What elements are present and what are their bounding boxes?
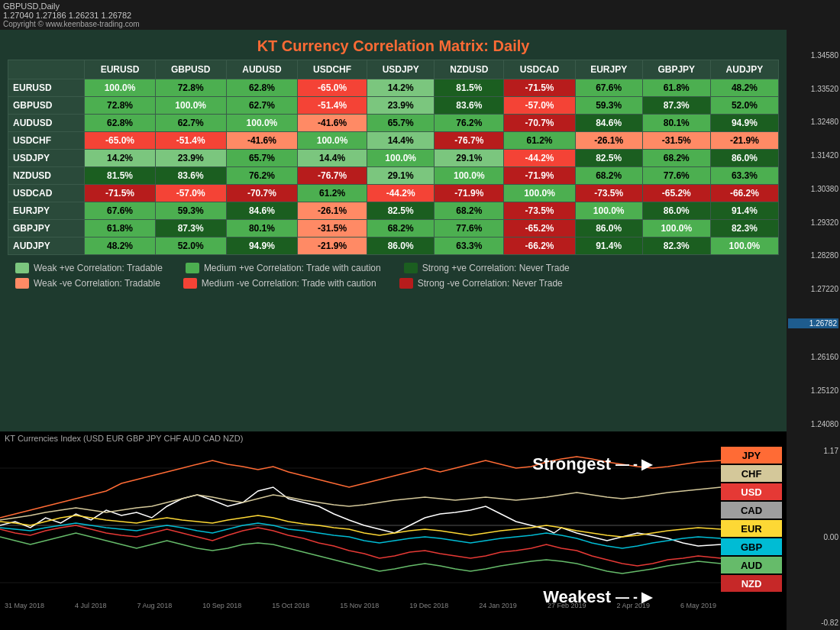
cell-audjpy-usdcad: -66.2%: [504, 237, 575, 255]
cell-usdchf-audusd: -41.6%: [226, 132, 297, 150]
price-1.28280: 1.28280: [788, 251, 838, 260]
cell-eurusd-usdcad: -71.5%: [504, 79, 575, 97]
cell-nzdusd-eurusd: 81.5%: [85, 167, 155, 185]
cell-eurjpy-usdchf: -26.1%: [298, 202, 367, 220]
cell-usdchf-eurusd: -65.0%: [85, 132, 155, 150]
price-current: 1.26782: [788, 318, 838, 328]
cell-gbpusd-usdcad: -57.0%: [504, 97, 575, 115]
cell-gbpusd-nzdusd: 83.6%: [435, 97, 504, 115]
legend-medium-positive-label: Medium +ve Correlation: Trade with cauti…: [204, 263, 381, 273]
top-bar: GBPUSD,Daily 1.27040 1.27186 1.26231 1.2…: [0, 0, 840, 30]
cell-audusd-audjpy: 94.9%: [710, 115, 778, 132]
currency-bar-aud: AUD: [721, 557, 782, 573]
cell-audusd-usdcad: -70.7%: [504, 115, 575, 132]
cell-audjpy-audjpy: 100.0%: [710, 237, 778, 255]
price-1.30380: 1.30380: [788, 185, 838, 193]
legend-weak-positive-icon: [15, 263, 29, 273]
x-label-2: 4 Jul 2018: [75, 602, 107, 609]
price-info: 1.27040 1.27186 1.26231 1.26782: [3, 11, 837, 20]
cell-gbpjpy-eurjpy: 86.0%: [575, 220, 642, 237]
cell-gbpusd-usdchf: -51.4%: [298, 97, 367, 115]
price-1.34580: 1.34580: [788, 51, 838, 60]
cell-usdchf-nzdusd: -76.7%: [435, 132, 504, 150]
cell-gbpjpy-usdcad: -65.2%: [504, 220, 575, 237]
currency-chart: KT Currencies Index (USD EUR GBP JPY CHF…: [0, 431, 721, 630]
legend-medium-negative-label: Medium -ve Correlation: Trade with cauti…: [202, 278, 376, 289]
copyright: Copyright © www.keenbase-trading.com: [3, 20, 837, 28]
row-header-audjpy: AUDJPY: [8, 237, 85, 255]
col-usdjpy: USDJPY: [367, 60, 435, 79]
strongest-arrow-icon: — - ▶: [615, 456, 652, 473]
currency-bars: JPY CHF USD CAD EUR GBP AUD NZD: [721, 431, 787, 630]
weakest-label: Weakest — - ▶: [543, 587, 652, 607]
strongest-label: Strongest — - ▶: [532, 454, 652, 474]
row-header-usdchf: USDCHF: [8, 132, 85, 150]
legend-medium-negative: Medium -ve Correlation: Trade with cauti…: [183, 278, 376, 289]
cell-usdchf-gbpjpy: -31.5%: [642, 132, 710, 150]
cell-usdjpy-audjpy: 86.0%: [710, 150, 778, 167]
symbol-price: GBPUSD,Daily: [3, 2, 837, 11]
cell-gbpusd-eurusd: 72.8%: [85, 97, 155, 115]
price-1.33520: 1.33520: [788, 85, 838, 93]
cell-eurjpy-eurusd: 67.6%: [85, 202, 155, 220]
cell-audusd-gbpjpy: 80.1%: [642, 115, 710, 132]
correlation-matrix: EURUSD GBPUSD AUDUSD USDCHF USDJPY NZDUS…: [0, 60, 787, 255]
cell-usdchf-eurjpy: -26.1%: [575, 132, 642, 150]
cell-eurjpy-usdjpy: 82.5%: [367, 202, 435, 220]
cell-eurusd-usdchf: -65.0%: [298, 79, 367, 97]
legend: Weak +ve Correlation: Tradable Medium +v…: [0, 255, 787, 296]
col-eurusd: EURUSD: [85, 60, 155, 79]
cell-nzdusd-nzdusd: 100.0%: [435, 167, 504, 185]
cell-eurjpy-usdcad: -73.5%: [504, 202, 575, 220]
cell-nzdusd-audjpy: 63.3%: [710, 167, 778, 185]
cell-gbpjpy-usdchf: -31.5%: [298, 220, 367, 237]
price-bottom--0.82: -0.82: [788, 619, 838, 627]
legend-row-negative: Weak -ve Correlation: Tradable Medium -v…: [15, 278, 771, 289]
row-header-eurjpy: EURJPY: [8, 202, 85, 220]
x-label-6: 15 Nov 2018: [340, 602, 379, 609]
cell-usdjpy-eurjpy: 82.5%: [575, 150, 642, 167]
cell-gbpusd-usdjpy: 23.9%: [367, 97, 435, 115]
cell-eurusd-eurusd: 100.0%: [85, 79, 155, 97]
cell-nzdusd-usdjpy: 29.1%: [367, 167, 435, 185]
cell-usdjpy-nzdusd: 29.1%: [435, 150, 504, 167]
currency-bar-eur: EUR: [721, 520, 782, 537]
cell-audusd-nzdusd: 76.2%: [435, 115, 504, 132]
cell-eurusd-gbpusd: 72.8%: [155, 79, 226, 97]
cell-usdchf-usdjpy: 14.4%: [367, 132, 435, 150]
cell-gbpjpy-usdjpy: 68.2%: [367, 220, 435, 237]
cell-usdcad-usdcad: 100.0%: [504, 185, 575, 202]
cell-gbpusd-audjpy: 52.0%: [710, 97, 778, 115]
cell-gbpjpy-audusd: 80.1%: [226, 220, 297, 237]
currency-bar-cad: CAD: [721, 502, 782, 519]
price-1.29320: 1.29320: [788, 218, 838, 227]
cell-gbpjpy-audjpy: 82.3%: [710, 220, 778, 237]
legend-medium-positive-icon: [186, 263, 199, 273]
price-1.27220: 1.27220: [788, 285, 838, 293]
currency-bar-chf: CHF: [721, 465, 782, 482]
cell-usdjpy-gbpusd: 23.9%: [155, 150, 226, 167]
cell-eurusd-audusd: 62.8%: [226, 79, 297, 97]
cell-usdjpy-audusd: 65.7%: [226, 150, 297, 167]
legend-weak-negative: Weak -ve Correlation: Tradable: [15, 278, 160, 289]
cell-eurjpy-audusd: 84.6%: [226, 202, 297, 220]
matrix-table: EURUSD GBPUSD AUDUSD USDCHF USDJPY NZDUS…: [8, 60, 779, 255]
cell-audusd-gbpusd: 62.7%: [155, 115, 226, 132]
cell-audjpy-eurjpy: 91.4%: [575, 237, 642, 255]
col-gbpjpy: GBPJPY: [642, 60, 710, 79]
weakest-text: Weakest: [543, 587, 611, 607]
legend-strong-positive-icon: [404, 263, 418, 273]
cell-usdcad-eurjpy: -73.5%: [575, 185, 642, 202]
cell-gbpusd-audusd: 62.7%: [226, 97, 297, 115]
legend-medium-positive: Medium +ve Correlation: Trade with cauti…: [186, 263, 381, 273]
row-header-gbpjpy: GBPJPY: [8, 220, 85, 237]
cell-eurusd-nzdusd: 81.5%: [435, 79, 504, 97]
currency-bar-jpy: JPY: [721, 447, 782, 464]
cell-usdjpy-usdcad: -44.2%: [504, 150, 575, 167]
x-label-11: 6 May 2019: [680, 602, 716, 609]
strongest-text: Strongest: [532, 454, 611, 474]
row-header-nzdusd: NZDUSD: [8, 167, 85, 185]
price-bottom-1.17: 1.17: [788, 447, 838, 455]
cell-usdcad-usdchf: 61.2%: [298, 185, 367, 202]
cell-usdcad-audusd: -70.7%: [226, 185, 297, 202]
